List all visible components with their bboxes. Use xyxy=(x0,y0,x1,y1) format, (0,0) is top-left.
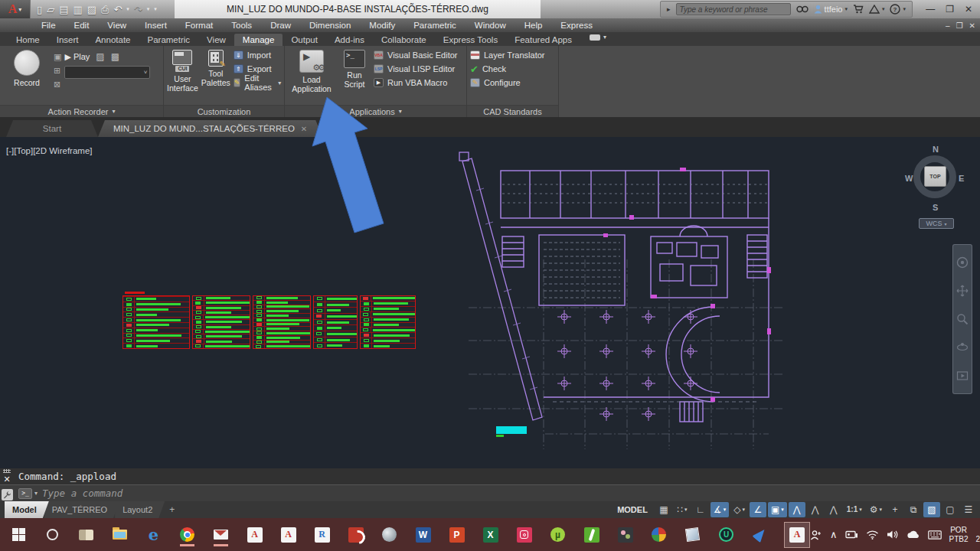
ribbon-tab-express-tools[interactable]: Express Tools xyxy=(435,34,506,46)
help-dropdown-icon[interactable]: ▾ xyxy=(903,6,906,12)
onedrive-icon[interactable] xyxy=(906,530,920,540)
minimize-button[interactable]: — xyxy=(926,5,935,14)
visual-lisp-editor-button[interactable]: LSP Visual LISP Editor xyxy=(374,62,458,76)
snap-toggle[interactable]: ∷▾ xyxy=(674,502,691,517)
dropdown-icon[interactable]: ▾ xyxy=(742,507,745,513)
navigation-bar[interactable] xyxy=(952,244,972,394)
navigation-wheel-icon[interactable] xyxy=(956,256,969,269)
documents-icon[interactable] xyxy=(77,523,96,546)
file-tab-start[interactable]: Start xyxy=(6,120,98,137)
user-interface-button[interactable]: CUI User Interface xyxy=(167,48,198,105)
instagram-icon[interactable] xyxy=(514,523,534,546)
tray-expand-icon[interactable]: ∧ xyxy=(830,530,838,540)
red-app-icon[interactable] xyxy=(346,523,365,546)
app-store-icon[interactable] xyxy=(853,5,864,14)
a360-icon[interactable]: ▾ xyxy=(869,5,885,14)
preference-icon[interactable]: ▨ xyxy=(96,51,104,62)
ribbon-tab-add-ins[interactable]: Add-ins xyxy=(326,34,373,46)
isolate-objects-toggle[interactable]: ⧉ xyxy=(905,502,922,517)
new-layout-button[interactable]: + xyxy=(169,504,175,515)
insert-message-icon[interactable]: ▣ xyxy=(54,53,61,61)
annotation-visibility-toggle[interactable]: ⋀ xyxy=(789,502,805,517)
help-icon[interactable]: ? ▾ xyxy=(890,4,906,15)
glass-app-icon[interactable] xyxy=(683,523,702,546)
menu-express[interactable]: Express xyxy=(551,21,602,30)
wcs-selector[interactable]: WCS ▾ xyxy=(919,218,954,229)
grid-toggle[interactable]: ▦ xyxy=(655,502,672,517)
layout-tab-model[interactable]: Model xyxy=(5,501,49,518)
ribbon-tab-featured-apps[interactable]: Featured Apps xyxy=(506,34,580,46)
excel-icon[interactable]: X xyxy=(481,523,500,546)
ribbon-tab-manage[interactable]: Manage xyxy=(234,34,283,46)
a360-dropdown-icon[interactable]: ▾ xyxy=(882,6,885,12)
menu-window[interactable]: Window xyxy=(466,21,515,30)
layer-translator-button[interactable]: Layer Translator xyxy=(470,48,555,62)
customize-command-icon[interactable] xyxy=(2,489,13,500)
menu-help[interactable]: Help xyxy=(515,21,552,30)
autocad-alt-icon[interactable]: A xyxy=(279,523,298,546)
macro-select[interactable]: ˅ xyxy=(64,66,150,79)
layout-tab-pav-t-rreo[interactable]: PAV_TÉRREO xyxy=(44,501,119,518)
word-icon[interactable]: W xyxy=(413,523,433,546)
command-dropdown-icon[interactable]: ▾ xyxy=(34,490,38,497)
open-file-icon[interactable]: ▱ xyxy=(47,5,54,15)
revit-icon[interactable]: R xyxy=(312,523,332,546)
chrome-icon[interactable] xyxy=(178,523,197,546)
workspace-toggle[interactable]: ⚙▾ xyxy=(867,502,885,517)
ribbon-tab-parametric[interactable]: Parametric xyxy=(139,34,199,46)
people-icon[interactable] xyxy=(810,530,822,540)
volume-icon[interactable] xyxy=(887,530,899,540)
viewcube-north[interactable]: N xyxy=(933,145,939,154)
google-earth-icon[interactable] xyxy=(380,523,399,546)
doc-close-button[interactable]: ✕ xyxy=(969,21,975,30)
edge-icon[interactable]: e xyxy=(144,523,163,546)
configure-button[interactable]: ✎ Configure xyxy=(470,76,555,90)
show-motion-icon[interactable] xyxy=(956,370,969,382)
user-account[interactable]: ttfeio ▾ xyxy=(814,5,848,14)
visual-basic-editor-button[interactable]: VBA Visual Basic Editor xyxy=(374,48,458,62)
file-explorer-icon[interactable] xyxy=(110,523,129,546)
stop-icon[interactable]: ⊠ xyxy=(54,80,61,89)
dropdown-icon[interactable]: ▾ xyxy=(859,507,862,513)
model-space-toggle[interactable]: MODEL xyxy=(611,505,654,514)
viewcube-top-face[interactable]: TOP xyxy=(924,166,946,187)
object-snap-toggle[interactable]: ▣▾ xyxy=(768,502,787,517)
autoscale-toggle[interactable]: ⋀ xyxy=(807,502,824,517)
menu-file[interactable]: File xyxy=(32,21,65,30)
cortana-icon[interactable] xyxy=(43,523,62,546)
redo-icon[interactable]: ↷ xyxy=(134,5,142,15)
autocad-icon[interactable]: A xyxy=(245,523,264,546)
ribbon-tab-annotate[interactable]: Annotate xyxy=(87,34,139,46)
pan-icon[interactable] xyxy=(956,285,969,297)
import-button[interactable]: ⇓ Import xyxy=(234,48,281,62)
quick-launch-icon[interactable] xyxy=(750,523,769,546)
clock[interactable]: 21:15 21/06/2018 xyxy=(976,526,980,544)
wifi-icon[interactable] xyxy=(866,530,879,540)
search-icon[interactable] xyxy=(796,5,808,14)
close-command-icon[interactable]: ✕ xyxy=(3,474,10,484)
graphics-performance-toggle[interactable]: ▧ xyxy=(923,502,940,517)
menu-draw[interactable]: Draw xyxy=(261,21,300,30)
mail-icon[interactable] xyxy=(211,523,230,546)
polar-tracking-toggle[interactable]: ∡▾ xyxy=(710,502,729,517)
dropdown-icon[interactable]: ▾ xyxy=(684,507,688,513)
tool-palettes-button[interactable]: Tool Palettes xyxy=(201,48,230,105)
save-icon[interactable]: ▤ xyxy=(59,5,68,15)
dropdown-icon[interactable]: ▾ xyxy=(781,507,784,513)
clean-screen-toggle[interactable]: ▢ xyxy=(942,502,959,517)
restore-button[interactable]: ❐ xyxy=(946,5,954,14)
device-icon[interactable] xyxy=(845,530,858,540)
save-as-icon[interactable]: ▥ xyxy=(73,5,82,15)
annotation-monitor-toggle[interactable]: + xyxy=(887,502,903,517)
manage-macros-icon[interactable]: ▩ xyxy=(111,51,119,62)
customize-qat-icon[interactable]: ▾ xyxy=(154,6,157,12)
viewcube[interactable]: N S W E TOP xyxy=(910,145,962,215)
undo-icon[interactable]: ↶ xyxy=(113,5,122,15)
language-indicator[interactable]: POR PTB2 xyxy=(949,526,969,544)
menu-parametric[interactable]: Parametric xyxy=(404,21,466,30)
ribbon-tab-insert[interactable]: Insert xyxy=(48,34,87,46)
close-button[interactable]: ✕ xyxy=(965,5,972,14)
command-window-grip[interactable]: ✕ xyxy=(0,468,14,501)
iobit-icon[interactable]: U xyxy=(717,523,736,546)
menu-insert[interactable]: Insert xyxy=(136,21,176,30)
